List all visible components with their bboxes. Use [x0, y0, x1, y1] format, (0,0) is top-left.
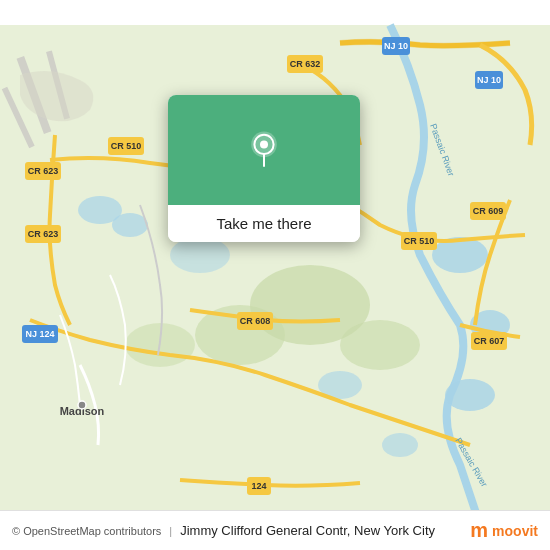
svg-text:CR 607: CR 607: [474, 336, 505, 346]
svg-point-8: [382, 433, 418, 457]
place-name: Jimmy Clifford General Contr, New York C…: [180, 523, 435, 538]
popup-map-section: [168, 95, 360, 205]
svg-text:CR 632: CR 632: [290, 59, 321, 69]
moovit-m-icon: m: [470, 519, 488, 542]
svg-text:CR 510: CR 510: [111, 141, 142, 151]
svg-text:NJ 10: NJ 10: [384, 41, 408, 51]
separator: |: [169, 525, 172, 537]
svg-point-43: [78, 401, 86, 409]
map-background: NJ 10 NJ 10 CR 632 CR 510 CR 510 CR 623 …: [0, 0, 550, 550]
svg-text:NJ 10: NJ 10: [477, 75, 501, 85]
bottom-bar: © OpenStreetMap contributors | Jimmy Cli…: [0, 510, 550, 550]
svg-text:124: 124: [251, 481, 266, 491]
location-popup: Take me there: [168, 95, 360, 242]
svg-point-11: [340, 320, 420, 370]
moovit-logo: m moovit: [470, 519, 538, 542]
map-container: NJ 10 NJ 10 CR 632 CR 510 CR 510 CR 623 …: [0, 0, 550, 550]
svg-text:CR 623: CR 623: [28, 166, 59, 176]
svg-text:NJ 124: NJ 124: [25, 329, 54, 339]
moovit-brand-text: moovit: [492, 523, 538, 539]
svg-point-3: [445, 379, 495, 411]
svg-text:CR 608: CR 608: [240, 316, 271, 326]
svg-text:CR 609: CR 609: [473, 206, 504, 216]
svg-point-6: [170, 237, 230, 273]
take-me-there-button[interactable]: Take me there: [168, 205, 360, 242]
location-pin-icon: [244, 130, 284, 170]
svg-text:CR 623: CR 623: [28, 229, 59, 239]
svg-point-46: [260, 140, 268, 148]
osm-attribution: © OpenStreetMap contributors: [12, 525, 161, 537]
svg-text:CR 510: CR 510: [404, 236, 435, 246]
svg-point-5: [112, 213, 148, 237]
bottom-bar-left: © OpenStreetMap contributors | Jimmy Cli…: [12, 523, 435, 538]
